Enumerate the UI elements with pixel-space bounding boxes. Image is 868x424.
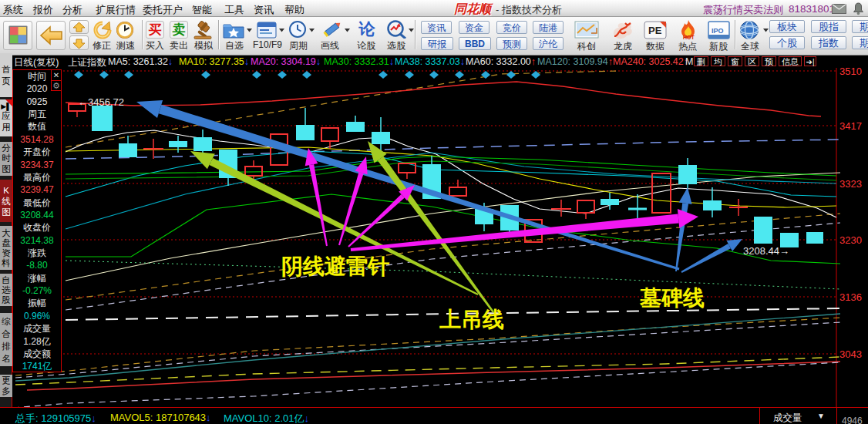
svg-text:3323: 3323: [839, 178, 862, 190]
svg-text:上吊线: 上吊线: [439, 308, 504, 331]
svg-text:3230: 3230: [839, 234, 862, 246]
svg-text:←3456.72: ←3456.72: [78, 96, 124, 108]
svg-text:3510: 3510: [839, 66, 862, 77]
svg-text:墓碑线: 墓碑线: [639, 286, 705, 310]
svg-text:3043: 3043: [839, 348, 862, 360]
svg-text:阴线避雷针: 阴线避雷针: [281, 254, 389, 278]
svg-text:3417: 3417: [839, 120, 862, 132]
svg-text:3136: 3136: [839, 291, 862, 303]
svg-text:3208.44→: 3208.44→: [743, 245, 789, 257]
